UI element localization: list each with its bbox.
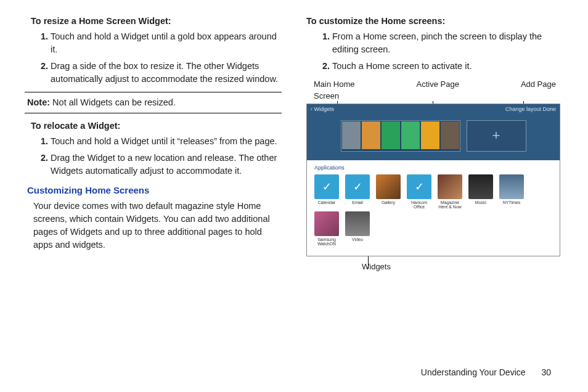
app-item: ✓Email (345, 174, 370, 209)
relocate-step-2: Drag the Widget to a new location and re… (51, 152, 282, 178)
resize-step-1: Touch and hold a Widget until a gold box… (51, 30, 282, 56)
footer-page-number: 30 (541, 367, 551, 377)
app-tile (438, 174, 462, 199)
figure-top-left: ‹ Widgets (311, 105, 334, 113)
thumb-tile (382, 121, 400, 149)
note-text: Not all Widgets can be resized. (50, 97, 176, 107)
resize-steps: Touch and hold a Widget until a gold box… (33, 30, 282, 86)
app-label: NYTimes (499, 200, 524, 209)
section-body: Your device comes with two default magaz… (33, 200, 282, 251)
callout-widgets: Widgets (362, 261, 563, 273)
callout-active-page: Active Page (416, 79, 459, 102)
thumb-tile (342, 121, 361, 149)
app-label: Video (345, 237, 370, 246)
app-label: Magazine Here & Now (438, 200, 462, 209)
thumb-tile (421, 121, 439, 149)
app-tile: ✓ (345, 174, 370, 199)
app-tile (345, 211, 370, 236)
figure-top-right: Change layout Done (505, 105, 556, 113)
app-label: Music (468, 200, 493, 209)
customize-heading: To customize the Home screens: (306, 15, 563, 28)
note-label: Note: (27, 97, 50, 107)
app-row-1: ✓Calendar ✓Email Gallery ✓Hancom Office … (314, 174, 552, 209)
relocate-steps: Touch and hold a Widget until it “releas… (33, 135, 282, 178)
app-item: Music (468, 174, 493, 209)
callout-add-page: Add Page (521, 79, 556, 102)
page-footer: Understanding Your Device 30 (421, 367, 551, 377)
app-label: Email (345, 200, 370, 209)
app-tile (468, 174, 493, 199)
app-label: Calendar (314, 200, 339, 209)
applications-panel: Applications ✓Calendar ✓Email Gallery ✓H… (307, 160, 560, 256)
app-tile (376, 174, 401, 199)
figure-callouts: Main Home Screen Active Page Add Page (306, 79, 563, 104)
thumb-tile (401, 121, 420, 149)
customize-step-1: From a Home screen, pinch the screen to … (332, 30, 563, 56)
app-tile: ✓ (314, 174, 339, 199)
app-item: Samsung WatchON (314, 211, 339, 246)
app-tile (314, 211, 339, 236)
section-title-customizing: Customizing Home Screens (27, 184, 282, 197)
thumb-tile (441, 121, 459, 149)
relocate-heading: To relocate a Widget: (31, 120, 282, 133)
figure-topbar: ‹ Widgets Change layout Done (307, 104, 560, 115)
add-page-pane: + (467, 120, 526, 152)
left-column: To resize a Home Screen Widget: Touch an… (25, 15, 282, 273)
home-screen-thumbs (341, 120, 460, 152)
app-item: Magazine Here & Now (438, 174, 462, 209)
figure-pager: + (307, 115, 560, 160)
figure-screenshot: ‹ Widgets Change layout Done + (306, 104, 560, 256)
app-item: Gallery (376, 174, 401, 209)
thumb-tile (362, 121, 380, 149)
app-row-2: Samsung WatchON Video (314, 211, 552, 246)
applications-label: Applications (314, 164, 552, 172)
relocate-step-1: Touch and hold a Widget until it “releas… (51, 135, 282, 148)
footer-section: Understanding Your Device (421, 367, 526, 377)
app-item: ✓Hancom Office (407, 174, 431, 209)
app-item: Video (345, 211, 370, 246)
app-item: NYTimes (499, 174, 524, 209)
app-tile: ✓ (407, 174, 431, 199)
right-column: To customize the Home screens: From a Ho… (306, 15, 563, 273)
app-label: Hancom Office (407, 200, 431, 209)
customize-step-2: Touch a Home screen to activate it. (332, 60, 563, 73)
callout-main-home: Main Home Screen (314, 79, 354, 102)
resize-heading: To resize a Home Screen Widget: (31, 15, 282, 28)
app-label: Gallery (376, 200, 401, 209)
note-box: Note: Not all Widgets can be resized. (25, 92, 282, 113)
resize-step-2: Drag a side of the box to resize it. The… (51, 60, 282, 86)
app-tile (499, 174, 524, 199)
app-item: ✓Calendar (314, 174, 339, 209)
customize-steps: From a Home screen, pinch the screen to … (315, 30, 563, 73)
app-label: Samsung WatchON (314, 237, 339, 246)
